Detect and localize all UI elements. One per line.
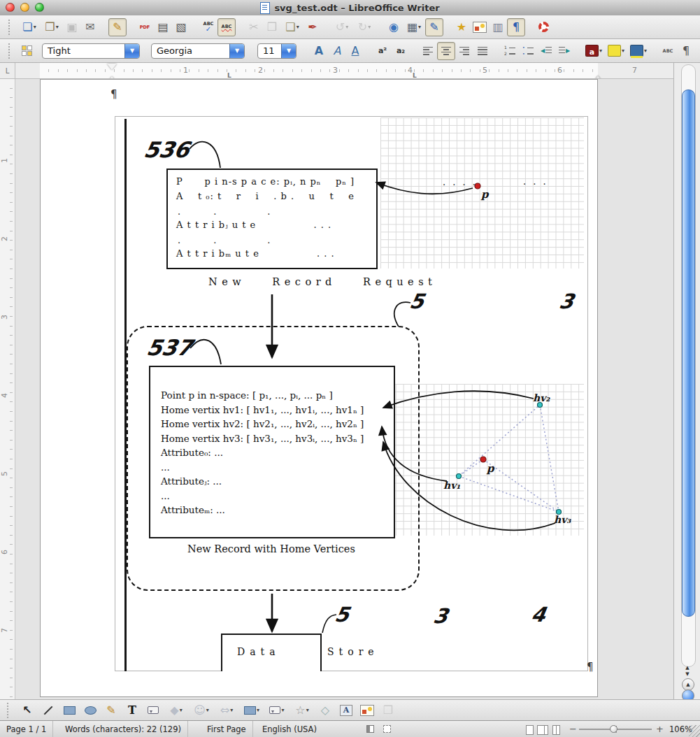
single-page-view-button[interactable] bbox=[526, 725, 534, 735]
chevron-down-icon[interactable]: ▼ bbox=[281, 44, 296, 58]
horizontal-ruler[interactable]: 1234567 L L bbox=[15, 63, 673, 79]
redo-button[interactable]: ↻▾ bbox=[353, 18, 376, 36]
auto-spellcheck-button[interactable]: ABC bbox=[217, 18, 236, 36]
paste-button[interactable]: ❑▾ bbox=[281, 18, 303, 36]
basic-shapes-button[interactable]: ◆▾ bbox=[165, 701, 187, 720]
zoom-out-button[interactable]: − bbox=[569, 721, 577, 737]
subscript-button[interactable]: a₂ bbox=[392, 42, 410, 60]
chevron-down-icon[interactable]: ▼ bbox=[229, 44, 244, 58]
window-resize-grip[interactable] bbox=[689, 725, 700, 737]
chevron-down-icon[interactable]: ▼ bbox=[124, 44, 139, 58]
insert-table-button[interactable]: ▦▾ bbox=[403, 18, 425, 36]
toolbar-drag-handle[interactable] bbox=[8, 43, 13, 59]
align-left-button[interactable] bbox=[419, 42, 437, 60]
zoom-window-button[interactable] bbox=[35, 3, 44, 12]
scrollbar-thumb[interactable] bbox=[682, 90, 695, 617]
selection-mode-icon[interactable] bbox=[383, 725, 391, 733]
document-canvas[interactable]: ¶ bbox=[15, 79, 673, 699]
unordered-list-button[interactable]: •• bbox=[519, 42, 537, 60]
text-box-button[interactable]: T bbox=[123, 701, 141, 720]
dropdown-arrow-icon[interactable]: ▾ bbox=[368, 24, 371, 30]
dropdown-arrow-icon[interactable]: ▾ bbox=[622, 48, 624, 54]
extrusion-toggle-button[interactable]: ❒ bbox=[379, 701, 397, 720]
help-button[interactable] bbox=[534, 18, 552, 36]
export-pdf-button[interactable]: PDF bbox=[136, 18, 154, 36]
new-document-button[interactable]: ❏▾ bbox=[18, 18, 41, 36]
clone-formatting-button[interactable]: ✒ bbox=[303, 18, 322, 36]
highlighting-button[interactable]: ▾ bbox=[605, 42, 627, 60]
zoom-slider-knob[interactable] bbox=[610, 725, 617, 733]
dropdown-arrow-icon[interactable]: ▾ bbox=[56, 24, 59, 30]
vertical-ruler[interactable]: 12345678 bbox=[0, 79, 15, 699]
styles-panel-button[interactable] bbox=[18, 42, 36, 60]
close-window-button[interactable] bbox=[6, 3, 15, 12]
undo-button[interactable]: ↺▾ bbox=[331, 18, 353, 36]
dropdown-arrow-icon[interactable]: ▾ bbox=[206, 707, 209, 713]
print-preview-button[interactable]: ▧ bbox=[172, 18, 190, 36]
copy-button[interactable]: ❒ bbox=[263, 18, 281, 36]
dropdown-arrow-icon[interactable]: ▾ bbox=[345, 24, 348, 30]
dropdown-arrow-icon[interactable]: ▾ bbox=[644, 48, 647, 54]
tab-stop-marker[interactable]: L bbox=[227, 72, 231, 79]
align-center-button[interactable] bbox=[437, 42, 455, 60]
gallery-button[interactable] bbox=[471, 18, 489, 36]
direct-cursor-button[interactable]: ¶ bbox=[677, 42, 695, 60]
page-style-field[interactable]: First Page bbox=[201, 721, 253, 737]
italic-button[interactable]: A bbox=[328, 42, 346, 60]
dropdown-arrow-icon[interactable]: ▾ bbox=[257, 707, 259, 713]
decrease-indent-button[interactable]: ◀ bbox=[537, 42, 555, 60]
data-sources-button[interactable]: ▥ bbox=[489, 18, 507, 36]
spellcheck-button[interactable]: ABC✓ bbox=[199, 18, 217, 36]
font-color-button[interactable]: a▾ bbox=[583, 42, 605, 60]
email-document-button[interactable]: ✉ bbox=[81, 18, 99, 36]
callout-button[interactable] bbox=[144, 701, 162, 720]
scroll-down-icon[interactable]: ▼ bbox=[685, 672, 689, 677]
tab-type-selector[interactable]: L bbox=[0, 63, 15, 79]
points-button[interactable]: ◇ bbox=[316, 701, 334, 720]
print-button[interactable]: ▤ bbox=[154, 18, 172, 36]
rectangle-button[interactable] bbox=[60, 701, 78, 720]
toolbar-drag-handle[interactable] bbox=[7, 703, 11, 718]
dropdown-arrow-icon[interactable]: ▾ bbox=[599, 48, 602, 54]
font-name-combo[interactable]: Georgia ▼ bbox=[151, 43, 245, 59]
tab-stop-marker[interactable]: L bbox=[413, 72, 417, 79]
page-number-field[interactable]: Page 1 / 1 bbox=[0, 721, 53, 737]
insert-mode-icon[interactable] bbox=[366, 725, 374, 733]
ellipse-button[interactable] bbox=[81, 701, 99, 720]
document-page[interactable]: ¶ bbox=[40, 79, 598, 697]
book-view-button[interactable] bbox=[552, 725, 560, 735]
dropdown-arrow-icon[interactable]: ▾ bbox=[297, 24, 299, 30]
font-size-combo[interactable]: 11 ▼ bbox=[257, 43, 297, 59]
underline-button[interactable]: A bbox=[346, 42, 364, 60]
multi-page-view-button[interactable] bbox=[537, 725, 545, 735]
formatting-marks-button[interactable]: ¶ bbox=[507, 18, 525, 36]
dropdown-arrow-icon[interactable]: ▾ bbox=[306, 707, 309, 713]
navigator-button[interactable]: ★ bbox=[452, 18, 471, 36]
select-button[interactable]: ↖ bbox=[18, 701, 36, 720]
hyperlink-button[interactable]: ◉ bbox=[385, 18, 403, 36]
language-field[interactable]: English (USA) bbox=[256, 721, 323, 737]
stars-banners-button[interactable]: ☆▾ bbox=[291, 701, 313, 720]
right-indent-marker[interactable] bbox=[593, 71, 603, 79]
dropdown-arrow-icon[interactable]: ▾ bbox=[180, 707, 183, 713]
edit-mode-button[interactable]: ✎ bbox=[108, 18, 127, 36]
symbol-shapes-button[interactable]: ☺▾ bbox=[190, 701, 213, 720]
dropdown-arrow-icon[interactable]: ▾ bbox=[281, 707, 284, 713]
dropdown-arrow-icon[interactable]: ▾ bbox=[230, 707, 233, 713]
autocorrect-button[interactable]: ABC bbox=[659, 42, 677, 60]
superscript-button[interactable]: a² bbox=[373, 42, 392, 60]
open-button[interactable]: ❐▾ bbox=[41, 18, 63, 36]
insert-line-button[interactable] bbox=[39, 701, 57, 720]
save-button[interactable]: ▣ bbox=[63, 18, 81, 36]
scroll-up-icon[interactable]: ▲ bbox=[685, 666, 689, 671]
dropdown-arrow-icon[interactable]: ▾ bbox=[34, 24, 36, 30]
bold-button[interactable]: A bbox=[310, 42, 328, 60]
freeform-line-button[interactable]: ✎ bbox=[102, 701, 120, 720]
word-count-field[interactable]: Words (characters): 22 (129) bbox=[59, 721, 188, 737]
dropdown-arrow-icon[interactable]: ▾ bbox=[418, 24, 421, 30]
cut-button[interactable]: ✂ bbox=[245, 18, 263, 36]
justify-button[interactable] bbox=[473, 42, 492, 60]
block-arrows-button[interactable]: ⇔▾ bbox=[215, 701, 238, 720]
minimize-window-button[interactable] bbox=[20, 3, 29, 12]
ordered-list-button[interactable]: 12 bbox=[501, 42, 519, 60]
